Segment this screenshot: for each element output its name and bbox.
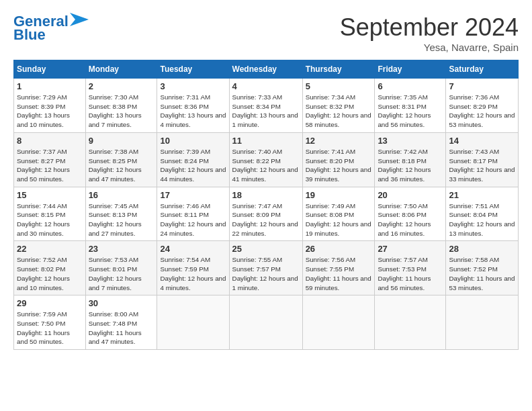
calendar-cell: 2 Sunrise: 7:30 AMSunset: 8:38 PMDayligh… — [85, 79, 157, 133]
calendar-cell: 27 Sunrise: 7:57 AMSunset: 7:53 PMDaylig… — [375, 241, 446, 295]
day-info: Sunrise: 7:57 AMSunset: 7:53 PMDaylight:… — [378, 256, 431, 291]
calendar-table: Sunday Monday Tuesday Wednesday Thursday… — [13, 60, 519, 350]
day-info: Sunrise: 7:46 AMSunset: 8:11 PMDaylight:… — [160, 202, 226, 237]
svg-marker-0 — [70, 13, 89, 26]
calendar-cell — [375, 295, 446, 350]
calendar-cell: 1 Sunrise: 7:29 AMSunset: 8:39 PMDayligh… — [14, 79, 86, 133]
logo-text-blue: Blue — [13, 27, 46, 43]
day-info: Sunrise: 7:33 AMSunset: 8:34 PMDaylight:… — [232, 93, 298, 128]
day-number: 1 — [17, 81, 83, 91]
day-number: 4 — [232, 81, 300, 91]
day-number: 9 — [89, 136, 154, 146]
calendar-cell: 11 Sunrise: 7:40 AMSunset: 8:22 PMDaylig… — [229, 132, 302, 187]
calendar-cell: 22 Sunrise: 7:52 AMSunset: 8:02 PMDaylig… — [14, 241, 86, 295]
calendar-cell: 23 Sunrise: 7:53 AMSunset: 8:01 PMDaylig… — [85, 241, 157, 295]
day-info: Sunrise: 7:47 AMSunset: 8:09 PMDaylight:… — [232, 202, 298, 237]
day-info: Sunrise: 7:44 AMSunset: 8:15 PMDaylight:… — [17, 202, 70, 237]
calendar-cell: 7 Sunrise: 7:36 AMSunset: 8:29 PMDayligh… — [446, 79, 519, 133]
day-info: Sunrise: 7:37 AMSunset: 8:27 PMDaylight:… — [17, 148, 70, 183]
calendar-cell — [302, 295, 375, 350]
day-number: 25 — [232, 244, 300, 254]
day-number: 12 — [306, 136, 372, 146]
day-info: Sunrise: 7:38 AMSunset: 8:25 PMDaylight:… — [89, 148, 142, 183]
logo-arrow-icon — [70, 13, 89, 26]
day-info: Sunrise: 8:00 AMSunset: 7:48 PMDaylight:… — [89, 310, 142, 345]
table-row: 15 Sunrise: 7:44 AMSunset: 8:15 PMDaylig… — [14, 187, 519, 241]
day-info: Sunrise: 7:41 AMSunset: 8:20 PMDaylight:… — [306, 148, 371, 183]
calendar-cell: 25 Sunrise: 7:55 AMSunset: 7:57 PMDaylig… — [229, 241, 302, 295]
day-info: Sunrise: 7:42 AMSunset: 8:18 PMDaylight:… — [378, 148, 431, 183]
calendar-cell: 13 Sunrise: 7:42 AMSunset: 8:18 PMDaylig… — [375, 132, 446, 187]
calendar-cell: 6 Sunrise: 7:35 AMSunset: 8:31 PMDayligh… — [375, 79, 446, 133]
calendar-cell: 10 Sunrise: 7:39 AMSunset: 8:24 PMDaylig… — [157, 132, 229, 187]
day-number: 10 — [160, 136, 226, 146]
day-number: 3 — [160, 81, 226, 91]
day-info: Sunrise: 7:35 AMSunset: 8:31 PMDaylight:… — [378, 93, 431, 128]
calendar-cell: 9 Sunrise: 7:38 AMSunset: 8:25 PMDayligh… — [85, 132, 157, 187]
calendar-cell: 17 Sunrise: 7:46 AMSunset: 8:11 PMDaylig… — [157, 187, 229, 241]
day-info: Sunrise: 7:49 AMSunset: 8:08 PMDaylight:… — [306, 202, 371, 237]
day-number: 24 — [160, 244, 226, 254]
location: Yesa, Navarre, Spain — [340, 42, 519, 53]
day-number: 30 — [89, 298, 154, 308]
day-info: Sunrise: 7:51 AMSunset: 8:04 PMDaylight:… — [449, 202, 515, 237]
calendar-cell: 16 Sunrise: 7:45 AMSunset: 8:13 PMDaylig… — [85, 187, 157, 241]
calendar-cell: 20 Sunrise: 7:50 AMSunset: 8:06 PMDaylig… — [375, 187, 446, 241]
day-info: Sunrise: 7:31 AMSunset: 8:36 PMDaylight:… — [160, 93, 226, 128]
day-number: 15 — [17, 190, 83, 200]
calendar-cell: 8 Sunrise: 7:37 AMSunset: 8:27 PMDayligh… — [14, 132, 86, 187]
day-number: 19 — [306, 190, 372, 200]
calendar-cell: 4 Sunrise: 7:33 AMSunset: 8:34 PMDayligh… — [229, 79, 302, 133]
day-number: 22 — [17, 244, 83, 254]
col-tuesday: Tuesday — [157, 60, 229, 79]
day-number: 8 — [17, 136, 83, 146]
calendar-cell: 28 Sunrise: 7:58 AMSunset: 7:52 PMDaylig… — [446, 241, 519, 295]
day-info: Sunrise: 7:29 AMSunset: 8:39 PMDaylight:… — [17, 93, 70, 128]
day-info: Sunrise: 7:54 AMSunset: 7:59 PMDaylight:… — [160, 256, 226, 291]
day-info: Sunrise: 7:50 AMSunset: 8:06 PMDaylight:… — [378, 202, 431, 237]
calendar-cell: 29 Sunrise: 7:59 AMSunset: 7:50 PMDaylig… — [14, 295, 86, 350]
table-row: 22 Sunrise: 7:52 AMSunset: 8:02 PMDaylig… — [14, 241, 519, 295]
table-row: 29 Sunrise: 7:59 AMSunset: 7:50 PMDaylig… — [14, 295, 519, 350]
day-number: 13 — [378, 136, 443, 146]
day-number: 26 — [306, 244, 372, 254]
logo: General Blue — [13, 13, 89, 43]
day-info: Sunrise: 7:52 AMSunset: 8:02 PMDaylight:… — [17, 256, 70, 291]
calendar-cell: 19 Sunrise: 7:49 AMSunset: 8:08 PMDaylig… — [302, 187, 375, 241]
day-number: 17 — [160, 190, 226, 200]
header-row: Sunday Monday Tuesday Wednesday Thursday… — [14, 60, 519, 79]
col-wednesday: Wednesday — [229, 60, 302, 79]
day-number: 21 — [449, 190, 515, 200]
month-title: September 2024 — [340, 13, 519, 42]
day-number: 6 — [378, 81, 443, 91]
day-number: 28 — [449, 244, 515, 254]
title-area: September 2024 Yesa, Navarre, Spain — [340, 13, 519, 53]
day-info: Sunrise: 7:40 AMSunset: 8:22 PMDaylight:… — [232, 148, 298, 183]
calendar-cell: 5 Sunrise: 7:34 AMSunset: 8:32 PMDayligh… — [302, 79, 375, 133]
day-info: Sunrise: 7:53 AMSunset: 8:01 PMDaylight:… — [89, 256, 142, 291]
col-saturday: Saturday — [446, 60, 519, 79]
day-number: 20 — [378, 190, 443, 200]
day-info: Sunrise: 7:43 AMSunset: 8:17 PMDaylight:… — [449, 148, 515, 183]
day-info: Sunrise: 7:30 AMSunset: 8:38 PMDaylight:… — [89, 93, 142, 128]
day-number: 7 — [449, 81, 515, 91]
calendar-cell: 30 Sunrise: 8:00 AMSunset: 7:48 PMDaylig… — [85, 295, 157, 350]
calendar-cell — [229, 295, 302, 350]
day-number: 16 — [89, 190, 154, 200]
calendar-cell: 18 Sunrise: 7:47 AMSunset: 8:09 PMDaylig… — [229, 187, 302, 241]
day-number: 23 — [89, 244, 154, 254]
col-monday: Monday — [85, 60, 157, 79]
calendar-cell: 24 Sunrise: 7:54 AMSunset: 7:59 PMDaylig… — [157, 241, 229, 295]
day-number: 2 — [89, 81, 154, 91]
col-thursday: Thursday — [302, 60, 375, 79]
calendar-cell: 21 Sunrise: 7:51 AMSunset: 8:04 PMDaylig… — [446, 187, 519, 241]
day-info: Sunrise: 7:39 AMSunset: 8:24 PMDaylight:… — [160, 148, 226, 183]
day-number: 29 — [17, 298, 83, 308]
calendar-cell — [157, 295, 229, 350]
calendar-cell: 15 Sunrise: 7:44 AMSunset: 8:15 PMDaylig… — [14, 187, 86, 241]
day-number: 11 — [232, 136, 300, 146]
calendar-cell: 12 Sunrise: 7:41 AMSunset: 8:20 PMDaylig… — [302, 132, 375, 187]
day-info: Sunrise: 7:58 AMSunset: 7:52 PMDaylight:… — [449, 256, 515, 291]
calendar-cell: 3 Sunrise: 7:31 AMSunset: 8:36 PMDayligh… — [157, 79, 229, 133]
calendar-cell — [446, 295, 519, 350]
